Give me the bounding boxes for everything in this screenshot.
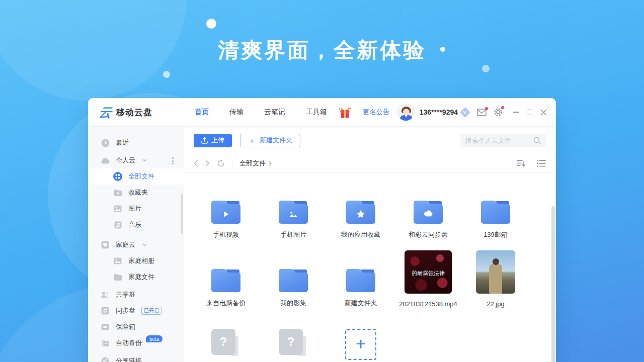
file-item[interactable]: 新建文件夹 <box>327 239 394 308</box>
clock-icon <box>101 138 110 147</box>
user-avatar[interactable] <box>397 104 415 121</box>
mail-icon[interactable] <box>477 109 487 116</box>
file-name: 新建文件夹 <box>345 299 377 308</box>
sidebar-item-favorites[interactable]: 收藏夹 <box>88 185 184 201</box>
sidebar-item-family-cloud[interactable]: 家庭云 <box>88 237 184 253</box>
sidebar-label: 家庭文件 <box>128 273 154 282</box>
sidebar-item-family-album[interactable]: 家庭相册 <box>88 253 184 269</box>
folder-icon <box>279 269 308 292</box>
app-logo: 云 移动云盘 <box>99 106 183 119</box>
file-grid: 手机视频 手机图片 我的应用收藏 <box>184 173 556 362</box>
file-item[interactable]: 139邮箱 <box>462 181 529 239</box>
cloud-logo-icon: 云 <box>99 106 113 119</box>
image-glyph-icon <box>288 210 298 218</box>
file-item[interactable]: 来自电脑备份 <box>192 239 260 308</box>
sort-icon[interactable] <box>517 159 526 167</box>
sidebar-item-all-files[interactable]: 全部文件 <box>88 168 184 185</box>
file-item[interactable]: 手机图片 <box>260 181 327 239</box>
rename-announcement-link[interactable]: 更名公告 <box>363 108 390 117</box>
sidebar: 最近 个人云 全部文件 <box>88 127 184 362</box>
upload-button[interactable]: 上传 <box>194 134 232 147</box>
cloud-icon <box>101 156 110 165</box>
nav-cloud-notes[interactable]: 云笔记 <box>264 108 285 117</box>
sidebar-item-personal-cloud[interactable]: 个人云 <box>88 152 184 168</box>
close-icon[interactable] <box>540 109 547 116</box>
gift-icon[interactable] <box>338 106 352 119</box>
folder-icon <box>346 269 375 292</box>
sidebar-item-share-links[interactable]: 分享链接 <box>88 353 184 362</box>
photo-thumbnail <box>476 250 515 294</box>
sidebar-scrollbar[interactable] <box>181 194 183 234</box>
maximize-icon[interactable] <box>527 110 532 115</box>
nav-transfer[interactable]: 传输 <box>229 108 244 117</box>
avatar-face <box>403 109 410 115</box>
file-item[interactable]: 我的影集 <box>260 239 327 308</box>
search-input[interactable] <box>465 137 533 144</box>
refresh-icon[interactable] <box>217 159 225 167</box>
sidebar-label: 同步盘 <box>116 306 135 315</box>
file-item[interactable]: 的耐腐蚀法律 202103121538.mp4 <box>394 239 462 308</box>
back-icon[interactable] <box>194 160 198 167</box>
chevron-down-icon <box>142 159 147 162</box>
breadcrumb[interactable]: 全部文件 <box>239 159 272 168</box>
file-item[interactable]: 22.jpg <box>462 239 529 308</box>
search-icon[interactable] <box>533 137 541 144</box>
list-view-icon[interactable] <box>537 159 546 167</box>
mail-notification-dot <box>485 107 488 110</box>
new-folder-button[interactable]: ＋ 新建文件夹 <box>240 134 300 147</box>
file-item[interactable]: 手机视频 <box>192 181 260 239</box>
nav-home[interactable]: 首页 <box>195 108 209 117</box>
more-options-icon[interactable] <box>172 157 174 164</box>
file-item[interactable]: 我的应用收藏 <box>327 181 394 239</box>
sidebar-label: 家庭云 <box>116 240 135 249</box>
app-window: 云 移动云盘 首页 传输 云笔记 工具箱 更名公告 <box>88 98 556 362</box>
file-item[interactable]: 和彩云同步盘 <box>394 181 462 239</box>
vip-badge[interactable]: V <box>460 107 470 117</box>
sidebar-item-shared-groups[interactable]: 共享群 <box>88 287 184 303</box>
minimize-icon[interactable] <box>513 112 519 113</box>
file-name: 139邮箱 <box>484 230 508 239</box>
decor-dot <box>163 71 170 78</box>
search-box[interactable] <box>460 134 546 147</box>
favorites-folder-icon <box>113 188 122 197</box>
unknown-file-icon: ? <box>211 329 240 356</box>
sync-icon <box>101 306 110 315</box>
music-icon <box>113 220 122 229</box>
add-file-button[interactable]: + <box>345 329 376 360</box>
main-scrollbar[interactable] <box>551 206 555 362</box>
sidebar-item-music[interactable]: 音乐 <box>88 217 184 233</box>
file-name: 我的应用收藏 <box>341 230 380 239</box>
backup-device-icon <box>101 338 110 347</box>
chevron-right-icon <box>269 161 272 166</box>
sidebar-item-auto-backup[interactable]: 自动备份 beta <box>88 335 184 351</box>
folder-icon <box>113 273 122 282</box>
app-title: 移动云盘 <box>116 107 152 118</box>
folder-icon <box>211 269 240 292</box>
add-file-item[interactable]: + <box>327 308 394 362</box>
sidebar-label: 家庭相册 <box>128 256 154 265</box>
sidebar-label: 最近 <box>116 138 129 147</box>
chevron-down-icon <box>142 243 147 246</box>
gear-icon[interactable] <box>494 108 503 117</box>
gear-notification-dot <box>501 106 504 109</box>
folder-star-icon <box>346 201 375 224</box>
sidebar-item-pictures[interactable]: 图片 <box>88 201 184 217</box>
sidebar-item-sync-drive[interactable]: 同步盘 已开启 <box>88 303 184 319</box>
sidebar-item-safe-box[interactable]: 保险箱 <box>88 319 184 335</box>
forward-icon[interactable] <box>205 160 210 167</box>
sidebar-item-recent[interactable]: 最近 <box>88 135 184 151</box>
play-glyph-icon <box>222 210 230 218</box>
nav-toolbox[interactable]: 工具箱 <box>306 108 327 117</box>
picture-icon <box>113 204 122 213</box>
cloud-glyph-icon <box>423 210 433 218</box>
video-subtitle-text: 的耐腐蚀法律 <box>405 269 452 277</box>
sidebar-item-family-files[interactable]: 家庭文件 <box>88 269 184 285</box>
file-name: 202103121538.mp4 <box>399 300 457 308</box>
sync-enabled-badge: 已开启 <box>141 307 162 315</box>
folder-image-icon <box>279 201 308 224</box>
unknown-file-icon: ? <box>279 329 308 356</box>
sidebar-label: 全部文件 <box>128 172 154 181</box>
toolbar: 上传 ＋ 新建文件夹 <box>184 127 556 154</box>
window-controls <box>513 109 547 116</box>
decor-dot <box>482 65 490 72</box>
